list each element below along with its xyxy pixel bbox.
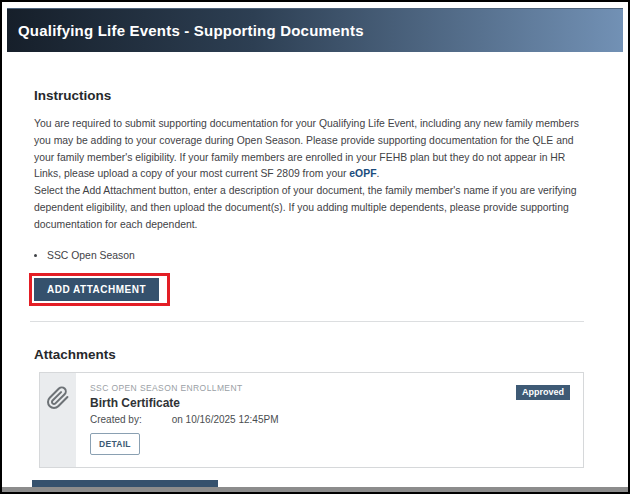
- created-on-timestamp: on 10/16/2025 12:45PM: [172, 414, 279, 425]
- instructions-paragraph-1-suffix: .: [376, 168, 379, 179]
- paperclip-icon-svg: [46, 386, 70, 410]
- section-divider: [30, 321, 584, 322]
- instructions-paragraph-2: Select the Add Attachment button, enter …: [34, 183, 584, 233]
- instructions-heading: Instructions: [34, 88, 584, 103]
- page: Qualifying Life Events - Supporting Docu…: [0, 0, 630, 494]
- created-by-label: Created by:: [90, 414, 142, 425]
- attachment-card-body: SSC OPEN SEASON ENROLLMENT Birth Certifi…: [76, 373, 583, 467]
- red-highlight-box: ADD ATTACHMENT: [29, 273, 170, 306]
- attachment-category: SSC OPEN SEASON ENROLLMENT: [90, 383, 571, 393]
- paperclip-icon: [40, 373, 76, 467]
- status-badge: Approved: [516, 385, 570, 400]
- attachments-heading: Attachments: [34, 347, 584, 362]
- instructions-paragraph-1-text: You are required to submit supporting do…: [34, 118, 579, 179]
- qle-list: SSC Open Season: [34, 248, 584, 263]
- page-title: Qualifying Life Events - Supporting Docu…: [18, 22, 364, 39]
- detail-button[interactable]: DETAIL: [90, 433, 140, 455]
- attachment-title: Birth Certificate: [90, 396, 571, 410]
- page-header: Qualifying Life Events - Supporting Docu…: [7, 8, 623, 52]
- instructions-paragraph-1: You are required to submit supporting do…: [34, 116, 584, 183]
- eopf-link[interactable]: eOPF: [349, 168, 376, 179]
- attachment-card: SSC OPEN SEASON ENROLLMENT Birth Certifi…: [39, 372, 584, 468]
- list-item-ssc-open-season: SSC Open Season: [47, 248, 584, 263]
- bottom-scrollbar[interactable]: [2, 487, 628, 492]
- attachment-created-row: Created by:on 10/16/2025 12:45PM: [90, 414, 571, 425]
- add-attachment-button[interactable]: ADD ATTACHMENT: [34, 278, 159, 301]
- main-content: Instructions You are required to submit …: [2, 88, 628, 494]
